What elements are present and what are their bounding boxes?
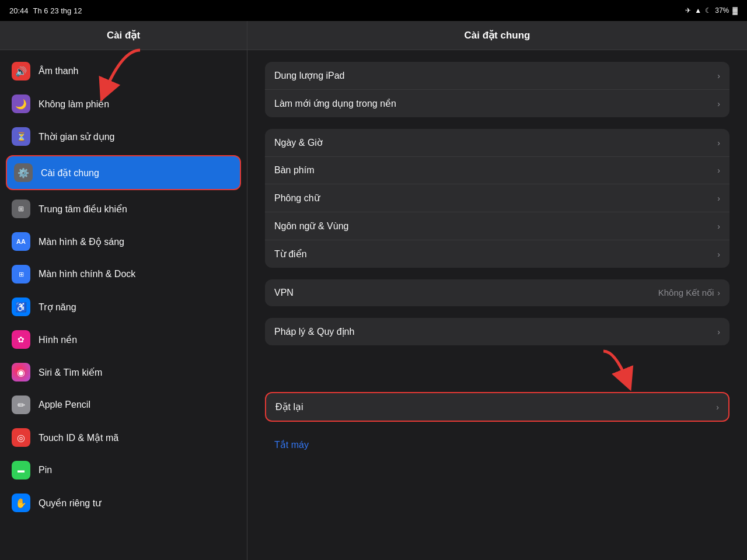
lam-moi-label: Làm mới ứng dụng trong nền bbox=[274, 98, 396, 109]
pin-icon: ▬ bbox=[12, 461, 30, 480]
hinh-nen-label: Hình nền bbox=[39, 334, 77, 345]
right-panel-header: Cài đặt chung bbox=[247, 21, 747, 50]
pin-label: Pin bbox=[39, 465, 52, 475]
settings-row-vpn[interactable]: VPN Không Kết nối › bbox=[265, 279, 729, 306]
thoi-gian-icon: ⏳ bbox=[12, 127, 30, 146]
settings-group-2: Ngày & Giờ › Bàn phím › Phông chữ › bbox=[265, 129, 729, 268]
ngay-gio-label: Ngày & Giờ bbox=[274, 137, 323, 148]
sidebar-item-apple-pencil[interactable]: ✏ Apple Pencil bbox=[0, 388, 247, 421]
tat-may-button[interactable]: Tắt máy bbox=[265, 431, 318, 459]
sidebar-item-man-hinh-chinh[interactable]: ⊞ Màn hình chính & Dock bbox=[0, 258, 247, 290]
phong-chu-chevron: › bbox=[717, 194, 720, 203]
settings-row-ngon-ngu[interactable]: Ngôn ngữ & Vùng › bbox=[265, 212, 729, 240]
status-left: 20:44 Th 6 23 thg 12 bbox=[9, 6, 82, 15]
settings-row-ngay-gio[interactable]: Ngày & Giờ › bbox=[265, 129, 729, 157]
quyen-rieng-tu-label: Quyền riêng tư bbox=[39, 498, 101, 509]
sidebar-item-man-hinh[interactable]: AA Màn hình & Độ sáng bbox=[0, 225, 247, 258]
vpn-label: VPN bbox=[274, 288, 294, 298]
right-panel: Cài đặt chung Dung lượng iPad › Làm mới … bbox=[247, 21, 747, 560]
settings-group-phap-ly: Pháp lý & Quy định › bbox=[265, 318, 729, 345]
ngay-gio-right: › bbox=[717, 138, 720, 148]
right-content: Dung lượng iPad › Làm mới ứng dụng trong… bbox=[247, 50, 747, 560]
quyen-rieng-tu-icon: ✋ bbox=[12, 494, 30, 512]
sidebar-item-thoi-gian[interactable]: ⏳ Thời gian sử dụng bbox=[0, 120, 247, 153]
sidebar-item-pin[interactable]: ▬ Pin bbox=[0, 454, 247, 487]
khong-lam-phien-icon: 🌙 bbox=[12, 94, 30, 113]
settings-row-dung-luong[interactable]: Dung lượng iPad › bbox=[265, 62, 729, 90]
tat-may-container: Tắt máy bbox=[265, 431, 729, 459]
cai-dat-chung-icon: ⚙️ bbox=[14, 163, 33, 182]
vpn-right: Không Kết nối › bbox=[658, 288, 720, 298]
sidebar-item-quyen-rieng-tu[interactable]: ✋ Quyền riêng tư bbox=[0, 487, 247, 519]
phong-chu-label: Phông chữ bbox=[274, 192, 320, 204]
man-hinh-chinh-label: Màn hình chính & Dock bbox=[39, 269, 135, 279]
am-thanh-label: Âm thanh bbox=[39, 66, 78, 76]
phap-ly-chevron: › bbox=[717, 327, 720, 337]
ban-phim-right: › bbox=[717, 166, 720, 175]
tro-nang-label: Trợ năng bbox=[39, 302, 76, 313]
tu-dien-label: Từ điển bbox=[274, 249, 307, 260]
sidebar-title: Cài đặt bbox=[107, 30, 140, 41]
status-right: ✈ ▲ ☾ 37% ▓ bbox=[685, 6, 738, 15]
cai-dat-chung-label: Cài đặt chung bbox=[41, 167, 99, 178]
battery-moon-icon: ☾ bbox=[705, 6, 711, 15]
ban-phim-chevron: › bbox=[717, 166, 720, 175]
sidebar-item-am-thanh[interactable]: 🔊 Âm thanh bbox=[0, 55, 247, 88]
status-bar: 20:44 Th 6 23 thg 12 ✈ ▲ ☾ 37% ▓ bbox=[0, 0, 747, 21]
man-hinh-label: Màn hình & Độ sáng bbox=[39, 236, 124, 247]
siri-label: Siri & Tìm kiếm bbox=[39, 367, 102, 378]
vpn-chevron: › bbox=[717, 288, 720, 298]
man-hinh-chinh-icon: ⊞ bbox=[12, 265, 30, 284]
sidebar-item-tro-nang[interactable]: ♿ Trợ năng bbox=[0, 290, 247, 323]
thoi-gian-label: Thời gian sử dụng bbox=[39, 131, 115, 142]
settings-group-1: Dung lượng iPad › Làm mới ứng dụng trong… bbox=[265, 62, 729, 117]
trung-tam-label: Trung tâm điều khiển bbox=[39, 204, 127, 215]
battery-percent: 37% bbox=[715, 6, 729, 15]
phong-chu-right: › bbox=[717, 194, 720, 203]
settings-row-phap-ly[interactable]: Pháp lý & Quy định › bbox=[265, 318, 729, 345]
sidebar-item-cai-dat-chung[interactable]: ⚙️ Cài đặt chung bbox=[6, 155, 241, 190]
phap-ly-label: Pháp lý & Quy định bbox=[274, 326, 354, 337]
touch-id-label: Touch ID & Mật mã bbox=[39, 432, 118, 443]
settings-group-dat-lai: Đặt lại › bbox=[265, 392, 729, 422]
main-layout: Cài đặt 🔊 Âm thanh 🌙 Không l bbox=[0, 21, 747, 560]
ngon-ngu-chevron: › bbox=[717, 222, 720, 231]
settings-group-vpn: VPN Không Kết nối › bbox=[265, 279, 729, 306]
arrow-container bbox=[265, 357, 729, 392]
sidebar-item-trung-tam[interactable]: ⊞ Trung tâm điều khiển bbox=[0, 192, 247, 225]
dung-luong-chevron: › bbox=[717, 71, 720, 80]
sidebar-item-hinh-nen[interactable]: ✿ Hình nền bbox=[0, 323, 247, 356]
tro-nang-icon: ♿ bbox=[12, 298, 30, 316]
sidebar-item-siri[interactable]: ◉ Siri & Tìm kiếm bbox=[0, 356, 247, 388]
sidebar-header: Cài đặt bbox=[0, 21, 247, 50]
settings-row-lam-moi[interactable]: Làm mới ứng dụng trong nền › bbox=[265, 90, 729, 117]
dung-luong-label: Dung lượng iPad bbox=[274, 70, 345, 81]
red-arrow-down bbox=[557, 345, 650, 392]
lam-moi-right: › bbox=[717, 99, 720, 108]
sidebar: Cài đặt 🔊 Âm thanh 🌙 Không l bbox=[0, 21, 247, 560]
sidebar-list: 🔊 Âm thanh 🌙 Không làm phiền ⏳ Thời gian… bbox=[0, 50, 247, 560]
siri-icon: ◉ bbox=[12, 363, 30, 382]
trung-tam-icon: ⊞ bbox=[12, 200, 30, 218]
dat-lai-chevron: › bbox=[716, 402, 719, 412]
dung-luong-right: › bbox=[717, 71, 720, 80]
ban-phim-label: Bàn phím bbox=[274, 165, 314, 176]
right-panel-title: Cài đặt chung bbox=[465, 30, 530, 41]
khong-lam-phien-label: Không làm phiền bbox=[39, 99, 109, 110]
sidebar-item-touch-id[interactable]: ◎ Touch ID & Mật mã bbox=[0, 421, 247, 454]
sidebar-item-khong-lam-phien[interactable]: 🌙 Không làm phiền bbox=[0, 88, 247, 120]
settings-row-ban-phim[interactable]: Bàn phím › bbox=[265, 157, 729, 184]
airplane-icon: ✈ bbox=[685, 6, 691, 15]
lam-moi-chevron: › bbox=[717, 99, 720, 108]
dat-lai-right: › bbox=[716, 402, 719, 412]
phap-ly-right: › bbox=[717, 327, 720, 337]
battery-icon: ▓ bbox=[732, 6, 738, 15]
ngon-ngu-label: Ngôn ngữ & Vùng bbox=[274, 220, 348, 232]
settings-row-tu-dien[interactable]: Từ điển › bbox=[265, 240, 729, 268]
apple-pencil-label: Apple Pencil bbox=[39, 400, 90, 410]
settings-row-dat-lai[interactable]: Đặt lại › bbox=[266, 393, 728, 421]
touch-id-icon: ◎ bbox=[12, 428, 30, 447]
wifi-icon: ▲ bbox=[694, 6, 701, 15]
time: 20:44 bbox=[9, 6, 29, 15]
settings-row-phong-chu[interactable]: Phông chữ › bbox=[265, 184, 729, 212]
